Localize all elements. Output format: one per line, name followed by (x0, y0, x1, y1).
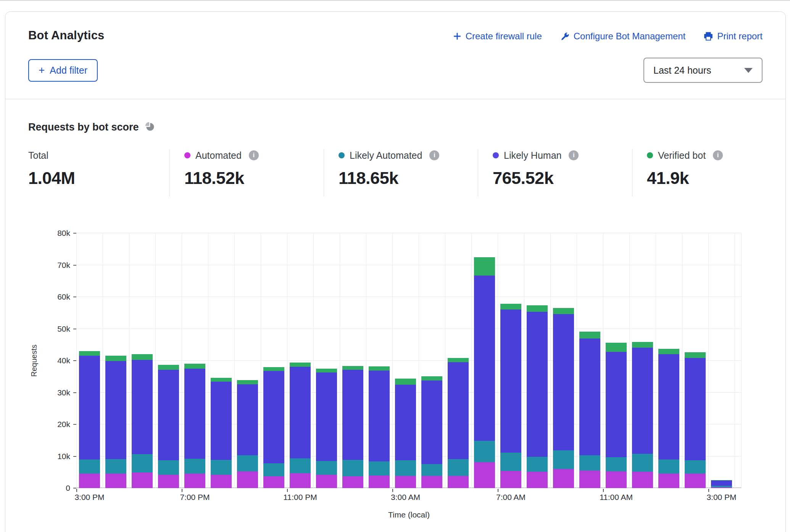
print-report-link[interactable]: Print report (704, 31, 763, 42)
info-icon[interactable]: i (249, 150, 259, 160)
bar-segment-verified-bot (579, 332, 600, 339)
stacked-bar-1:00 PM[interactable] (658, 349, 679, 488)
info-icon[interactable]: i (569, 150, 579, 160)
bar-slot[interactable] (471, 233, 498, 488)
create-firewall-rule-link[interactable]: Create firewall rule (453, 31, 542, 42)
bar-slot[interactable] (603, 233, 629, 488)
stacked-bar-7:00 AM[interactable] (500, 304, 521, 488)
bar-slot[interactable] (182, 233, 208, 488)
bar-slot[interactable] (103, 233, 129, 488)
bar-segment-likely-human (105, 361, 126, 459)
bar-slot[interactable] (155, 233, 182, 488)
time-range-select[interactable]: Last 24 hours (643, 58, 763, 83)
bar-segment-likely-human (132, 360, 153, 454)
info-icon[interactable]: i (429, 150, 439, 160)
bar-slot[interactable] (577, 233, 603, 488)
stacked-bar-8:00 AM[interactable] (527, 305, 548, 488)
bar-slot[interactable] (261, 233, 287, 488)
stacked-bar-5:00 AM[interactable] (448, 358, 469, 488)
stacked-bar-8:00 PM[interactable] (211, 378, 232, 488)
bar-segment-likely-automated (421, 464, 442, 476)
bar-slot[interactable] (524, 233, 550, 488)
bar-segment-likely-human (290, 367, 311, 459)
bar-slot[interactable] (129, 233, 155, 488)
bar-segment-likely-automated (263, 463, 284, 476)
stat-value: 1.04M (28, 168, 162, 188)
bar-slot[interactable] (445, 233, 471, 488)
stat-verified-bot: Verified bot i 41.9k (632, 149, 730, 197)
bar-slot[interactable] (234, 233, 261, 488)
info-icon[interactable]: i (713, 150, 723, 160)
configure-bot-management-link[interactable]: Configure Bot Management (560, 31, 686, 42)
bar-segment-automated (658, 474, 679, 488)
bar-segment-automated (132, 472, 153, 488)
stacked-bar-10:00 PM[interactable] (263, 367, 284, 488)
bar-slot[interactable] (419, 233, 445, 488)
bar-segment-likely-human (527, 312, 548, 457)
bar-slot[interactable] (682, 233, 708, 488)
stacked-bar-12:00 AM[interactable] (316, 369, 337, 488)
y-tick-mark (73, 233, 76, 234)
automated-legend-dot (184, 152, 190, 158)
bar-slot[interactable] (629, 233, 656, 488)
bar-segment-likely-automated (632, 454, 653, 472)
stacked-bar-2:00 PM[interactable] (685, 352, 706, 488)
bar-segment-likely-automated (474, 441, 495, 463)
stat-value: 118.52k (184, 168, 316, 188)
bar-slot[interactable] (340, 233, 366, 488)
bar-segment-likely-automated (237, 455, 258, 471)
bar-segment-likely-human (316, 372, 337, 461)
bar-slot[interactable] (708, 233, 735, 488)
bar-slot[interactable] (656, 233, 682, 488)
stacked-bar-4:00 PM[interactable] (105, 356, 126, 488)
stacked-bar-12:00 PM[interactable] (632, 342, 653, 488)
stacked-bar-3:00 PM[interactable] (79, 351, 100, 488)
stacked-bar-3:00 AM[interactable] (395, 379, 416, 488)
likely-human-legend-dot (493, 152, 499, 158)
bar-slot[interactable] (76, 233, 103, 488)
bar-segment-likely-automated (316, 461, 337, 475)
bar-segment-verified-bot (395, 379, 416, 385)
stacked-bar-10:00 AM[interactable] (579, 332, 600, 488)
y-tick-label: 30k (57, 388, 70, 397)
add-filter-button[interactable]: + Add filter (28, 59, 98, 82)
stacked-bar-2:00 AM[interactable] (369, 366, 390, 488)
bar-segment-verified-bot (606, 343, 627, 351)
bar-segment-verified-bot (342, 366, 363, 370)
stacked-bar-9:00 AM[interactable] (553, 308, 574, 488)
bar-slot[interactable] (366, 233, 392, 488)
bar-segment-verified-bot (79, 351, 100, 356)
bar-segment-verified-bot (658, 349, 679, 354)
bar-segment-verified-bot (500, 304, 521, 310)
stacked-bar-6:00 PM[interactable] (158, 365, 179, 488)
bar-slot[interactable] (550, 233, 577, 488)
y-tick-mark (73, 360, 76, 361)
bar-slot[interactable] (208, 233, 234, 488)
stacked-bar-9:00 PM[interactable] (237, 380, 258, 488)
action-label: Print report (717, 31, 763, 42)
bar-segment-automated (105, 474, 126, 488)
stacked-bar-5:00 PM[interactable] (132, 354, 153, 488)
x-tick-label: 11:00 AM (600, 493, 633, 502)
stat-value: 41.9k (647, 168, 723, 188)
bar-segment-likely-human (237, 384, 258, 455)
stacked-bar-11:00 AM[interactable] (606, 343, 627, 488)
bar-slot[interactable] (287, 233, 313, 488)
bar-segment-likely-automated (211, 460, 232, 475)
bar-slot[interactable] (313, 233, 340, 488)
stacked-bar-6:00 AM[interactable] (474, 257, 495, 488)
bar-segment-automated (395, 476, 416, 488)
bar-segment-verified-bot (448, 358, 469, 362)
y-tick-mark (73, 392, 76, 393)
bar-segment-likely-human (79, 356, 100, 459)
bar-slot[interactable] (392, 233, 419, 488)
stacked-bar-3:00 PM[interactable] (711, 480, 732, 488)
stacked-bar-7:00 PM[interactable] (184, 364, 205, 488)
bar-segment-verified-bot (421, 376, 442, 380)
stacked-bar-1:00 AM[interactable] (342, 366, 363, 488)
action-label: Create firewall rule (466, 31, 542, 42)
bar-segment-likely-automated (606, 457, 627, 471)
stacked-bar-11:00 PM[interactable] (290, 363, 311, 488)
bar-slot[interactable] (498, 233, 524, 488)
stacked-bar-4:00 AM[interactable] (421, 376, 442, 488)
